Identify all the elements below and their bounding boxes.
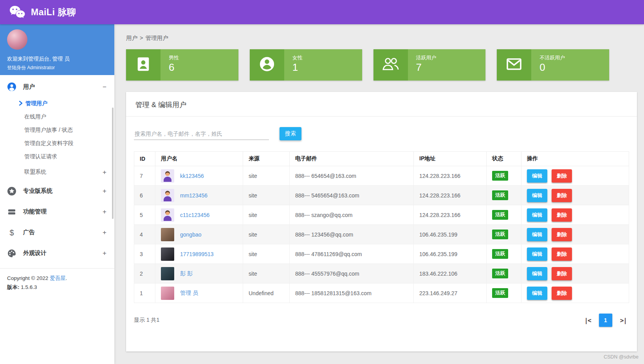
cell-status: 活跃	[487, 244, 521, 264]
cell-ip: 183.46.222.106	[414, 264, 487, 283]
column-header: 用户名	[155, 152, 243, 166]
edit-button[interactable]: 编辑	[527, 267, 547, 280]
sidebar-subitem-online-users[interactable]: 在线用户	[0, 110, 114, 124]
delete-button[interactable]: 删除	[552, 208, 572, 222]
user-avatar	[161, 169, 174, 183]
user-avatar	[161, 208, 174, 222]
cell-source: site	[243, 225, 290, 244]
avatar-head	[165, 210, 170, 215]
cell-source: site	[243, 186, 290, 205]
brand-title: MaiLi 脉聊	[31, 6, 76, 18]
pagination-last-button[interactable]: >|	[620, 317, 627, 324]
cell-actions: 编辑删除	[521, 244, 629, 264]
sidebar-subitem-manage-users[interactable]: 管理用户	[0, 97, 114, 110]
username-link[interactable]: 彭 彭	[180, 270, 193, 277]
cell-email: 888--- 654654@163.com	[290, 166, 414, 186]
status-badge: 活跃	[492, 230, 508, 239]
stat-card-inactive-users: 不活跃用户0	[497, 49, 609, 81]
delete-button[interactable]: 删除	[552, 169, 572, 183]
user-cell: kk123456	[161, 169, 237, 183]
sidebar-item-appearance[interactable]: 外观设计+	[0, 243, 114, 264]
stat-card-value: 7	[416, 62, 486, 73]
expand-icon[interactable]: +	[103, 250, 106, 256]
cell-actions: 编辑删除	[521, 166, 629, 186]
username-link[interactable]: 管理 员	[180, 290, 198, 297]
sidebar-subitem-user-stories[interactable]: 管理用户故事 / 状态	[0, 124, 114, 137]
status-badge: 活跃	[492, 288, 508, 298]
table-row: 7kk123456site888--- 654654@163.com124.22…	[134, 166, 629, 186]
edit-button[interactable]: 编辑	[527, 189, 547, 202]
cell-username: 彭 彭	[155, 264, 243, 283]
breadcrumb: 用户>管理用户	[126, 34, 637, 42]
sidebar-scrollbar-thumb[interactable]	[112, 108, 114, 219]
sidebar: 欢迎来到管理后台, 管理 员 登陆身份 Administrator 用户−管理用…	[0, 24, 114, 364]
stat-cards-row: 男性6女性1活跃用户7不活跃用户0	[126, 49, 609, 81]
edit-button[interactable]: 编辑	[527, 228, 547, 241]
expand-icon[interactable]: +	[103, 208, 106, 215]
cell-actions: 编辑删除	[521, 186, 629, 205]
delete-button[interactable]: 删除	[552, 189, 572, 202]
username-link[interactable]: kk123456	[180, 173, 204, 179]
sidebar-subitem-custom-fields[interactable]: 管理自定义资料字段	[0, 137, 114, 150]
username-link[interactable]: c11c123456	[180, 212, 209, 218]
delete-button[interactable]: 删除	[552, 247, 572, 261]
users-table: ID用户名来源电子邮件IP地址状态操作 7kk123456site888--- …	[134, 151, 629, 303]
expand-icon[interactable]: +	[103, 188, 106, 194]
cell-email: 888--- 478611269@qq.com	[290, 244, 414, 264]
breadcrumb-section[interactable]: 用户	[126, 35, 137, 41]
svg-text:$: $	[9, 228, 14, 237]
expand-icon[interactable]: +	[103, 229, 106, 236]
expand-icon[interactable]: +	[103, 169, 106, 176]
stat-card-label: 男性	[169, 54, 238, 61]
copyright-link[interactable]: 爱吾屋	[50, 275, 66, 281]
edit-button[interactable]: 编辑	[527, 247, 547, 261]
user-cell: 彭 彭	[161, 267, 237, 280]
sidebar-item-feature-management[interactable]: 功能管理+	[0, 201, 114, 222]
profile-avatar	[7, 29, 27, 50]
cell-username: c11c123456	[155, 205, 243, 225]
cell-email: 888--- 18581281315@163.com	[290, 283, 414, 303]
username-link[interactable]: 17719899513	[180, 251, 214, 257]
search-row: 搜索	[126, 117, 637, 140]
avatar-head	[165, 171, 170, 176]
edit-button[interactable]: 编辑	[527, 287, 547, 300]
collapse-icon[interactable]: −	[103, 84, 106, 90]
sidebar-nav: 用户−管理用户在线用户管理用户故事 / 状态管理自定义资料字段管理认证请求联盟系…	[0, 75, 114, 264]
sidebar-item-users[interactable]: 用户−	[0, 77, 114, 97]
pagination-first-button[interactable]: |<	[584, 317, 591, 324]
cell-id: 7	[134, 166, 155, 186]
username-link[interactable]: gongbao	[180, 231, 202, 238]
sidebar-item-pro-system[interactable]: 专业版系统+	[0, 181, 114, 201]
cell-status: 活跃	[487, 166, 521, 186]
stat-card-value: 1	[292, 62, 362, 73]
edit-button[interactable]: 编辑	[527, 169, 547, 183]
cell-source: Undefined	[243, 283, 290, 303]
sidebar-subitem-label: 管理认证请求	[24, 153, 57, 160]
delete-button[interactable]: 删除	[552, 228, 572, 241]
user-avatar	[161, 228, 174, 241]
cell-ip: 124.228.223.166	[414, 166, 487, 186]
delete-button[interactable]: 删除	[552, 267, 572, 280]
search-input[interactable]	[134, 128, 269, 140]
username-link[interactable]: mm123456	[180, 192, 207, 199]
user-avatar	[161, 189, 174, 202]
cell-ip: 124.228.223.166	[414, 205, 487, 225]
cell-ip: 106.46.235.199	[414, 244, 487, 264]
sidebar-item-ads[interactable]: $广告+	[0, 222, 114, 243]
sidebar-subitem-verification-requests[interactable]: 管理认证请求	[0, 150, 114, 163]
active-users-icon	[382, 56, 400, 74]
table-row: 2彭 彭site888--- 45557976@qq.com183.46.222…	[134, 264, 629, 283]
edit-button[interactable]: 编辑	[527, 208, 547, 222]
sidebar-footer: Copyright © 2022 爱吾屋. 版本: 1.5.6.3	[0, 268, 114, 292]
sidebar-subitem-affiliate-system[interactable]: 联盟系统+	[0, 163, 114, 181]
status-badge: 活跃	[492, 210, 508, 220]
delete-button[interactable]: 删除	[552, 287, 572, 300]
search-button[interactable]: 搜索	[280, 127, 301, 140]
stat-card-value: 6	[169, 62, 238, 73]
cell-email: 888--- 45557976@qq.com	[290, 264, 414, 283]
stat-card-iconbox	[126, 49, 161, 81]
sidebar-item-label: 外观设计	[23, 249, 47, 257]
sidebar-subitem-label: 管理用户故事 / 状态	[24, 127, 73, 134]
pagination-page-1-button[interactable]: 1	[599, 314, 612, 327]
table-row: 6mm123456site888--- 5465654@163.com124.2…	[134, 186, 629, 205]
